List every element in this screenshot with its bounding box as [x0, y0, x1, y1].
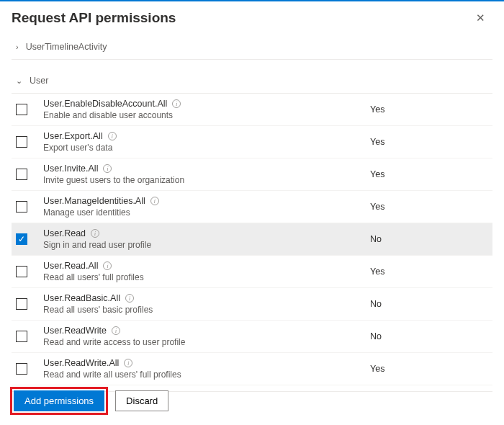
permission-desc: Read and write all users' full profiles: [43, 370, 363, 380]
permission-desc: Manage user identities: [43, 207, 363, 218]
permission-desc: Read all users' basic profiles: [43, 305, 363, 315]
permission-checkbox[interactable]: ✓: [16, 201, 27, 212]
permission-name: User.Export.All: [43, 131, 103, 141]
permission-name-line: User.EnableDisableAccount.Alli: [43, 99, 363, 109]
permission-checkbox[interactable]: ✓: [16, 233, 27, 245]
group-label: UserTimelineActivity: [26, 42, 107, 52]
permission-row: ✓User.ReadBasic.AlliRead all users' basi…: [12, 288, 492, 321]
permission-name-line: User.Readi: [43, 228, 363, 238]
admin-consent-value: Yes: [363, 202, 492, 212]
permission-row: ✓User.ReadiSign in and read user profile…: [12, 223, 492, 256]
permission-list: ✓User.EnableDisableAccount.AlliEnable an…: [12, 94, 492, 385]
check-icon: ✓: [18, 235, 25, 243]
permission-checkbox[interactable]: ✓: [16, 169, 27, 180]
permission-desc: Export user's data: [43, 143, 363, 153]
permission-desc: Sign in and read user profile: [43, 240, 363, 250]
permission-row: ✓User.Read.AlliRead all users' full prof…: [12, 256, 492, 288]
permission-row: ✓User.ReadWrite.AlliRead and write all u…: [12, 353, 492, 385]
group-label: User: [30, 76, 48, 86]
permission-checkbox[interactable]: ✓: [16, 104, 27, 115]
permission-name-line: User.ReadWritei: [43, 326, 363, 336]
permission-name-line: User.ReadWrite.Alli: [43, 358, 363, 368]
info-icon[interactable]: i: [172, 99, 181, 108]
permission-name: User.Read.All: [43, 261, 98, 271]
permission-checkbox[interactable]: ✓: [16, 363, 27, 375]
permission-name: User.ReadBasic.All: [43, 293, 120, 303]
permission-desc: Enable and disable user accounts: [43, 110, 363, 120]
info-icon[interactable]: i: [112, 326, 120, 335]
add-permissions-button[interactable]: Add permissions: [14, 390, 104, 411]
permission-desc: Read all users' full profiles: [43, 272, 363, 282]
chevron-right-icon: ›: [16, 43, 19, 51]
permission-row: ✓User.EnableDisableAccount.AlliEnable an…: [12, 94, 492, 126]
info-icon[interactable]: i: [91, 229, 99, 238]
permission-desc: Read and write access to user profile: [43, 337, 363, 347]
permission-name: User.ReadWrite: [43, 326, 107, 336]
permission-text: User.ReadWriteiRead and write access to …: [43, 326, 363, 347]
permission-name: User.EnableDisableAccount.All: [43, 99, 167, 109]
permission-text: User.Read.AlliRead all users' full profi…: [43, 261, 363, 282]
permission-name: User.ManageIdentities.All: [43, 196, 145, 206]
permission-text: User.Export.AlliExport user's data: [43, 131, 363, 153]
permission-name: User.Read: [43, 228, 86, 238]
permission-text: User.ManageIdentities.AlliManage user id…: [43, 196, 363, 218]
admin-consent-value: No: [363, 331, 492, 341]
permissions-section: › UserTimelineActivity ⌄ User ✓User.Enab…: [0, 36, 504, 392]
info-icon[interactable]: i: [103, 261, 112, 270]
group-user-timeline-activity[interactable]: › UserTimelineActivity: [12, 36, 492, 60]
permission-text: User.ReadiSign in and read user profile: [43, 228, 363, 250]
permission-name-line: User.Read.Alli: [43, 261, 363, 271]
admin-consent-value: Yes: [363, 137, 492, 147]
info-icon[interactable]: i: [150, 197, 159, 205]
permission-row: ✓User.ManageIdentities.AlliManage user i…: [12, 191, 492, 223]
chevron-down-icon: ⌄: [16, 77, 22, 85]
close-icon[interactable]: ✕: [472, 9, 490, 27]
group-user[interactable]: ⌄ User: [12, 70, 492, 94]
permission-name-line: User.Export.Alli: [43, 131, 363, 141]
panel-footer: Add permissions Discard: [10, 387, 168, 415]
permission-text: User.ReadWrite.AlliRead and write all us…: [43, 358, 363, 380]
panel-title: Request API permissions: [12, 10, 176, 26]
permission-name: User.ReadWrite.All: [43, 358, 119, 368]
permission-text: User.ReadBasic.AlliRead all users' basic…: [43, 293, 363, 315]
permission-row: ✓User.Invite.AlliInvite guest users to t…: [12, 158, 492, 191]
permission-text: User.Invite.AlliInvite guest users to th…: [43, 164, 363, 185]
admin-consent-value: Yes: [363, 364, 492, 374]
permission-checkbox[interactable]: ✓: [16, 136, 27, 148]
panel-header: Request API permissions ✕: [0, 1, 504, 36]
permission-name-line: User.ManageIdentities.Alli: [43, 196, 363, 206]
permission-name-line: User.ReadBasic.Alli: [43, 293, 363, 303]
permission-row: ✓User.Export.AlliExport user's dataYes: [12, 126, 492, 158]
permission-checkbox[interactable]: ✓: [16, 298, 27, 310]
admin-consent-value: Yes: [363, 267, 492, 277]
permission-name: User.Invite.All: [43, 164, 98, 174]
admin-consent-value: Yes: [363, 169, 492, 179]
permission-name-line: User.Invite.Alli: [43, 164, 363, 174]
info-icon[interactable]: i: [103, 164, 112, 173]
info-icon[interactable]: i: [124, 359, 132, 367]
admin-consent-value: No: [363, 234, 492, 244]
discard-button[interactable]: Discard: [115, 390, 168, 411]
permission-text: User.EnableDisableAccount.AlliEnable and…: [43, 99, 363, 120]
info-icon[interactable]: i: [108, 132, 117, 140]
highlight-annotation: Add permissions: [10, 387, 108, 415]
permission-checkbox[interactable]: ✓: [16, 266, 27, 277]
permission-desc: Invite guest users to the organization: [43, 175, 363, 185]
info-icon[interactable]: i: [125, 294, 134, 303]
admin-consent-value: Yes: [363, 104, 492, 115]
admin-consent-value: No: [363, 299, 492, 309]
permission-row: ✓User.ReadWriteiRead and write access to…: [12, 321, 492, 353]
permission-checkbox[interactable]: ✓: [16, 331, 27, 342]
